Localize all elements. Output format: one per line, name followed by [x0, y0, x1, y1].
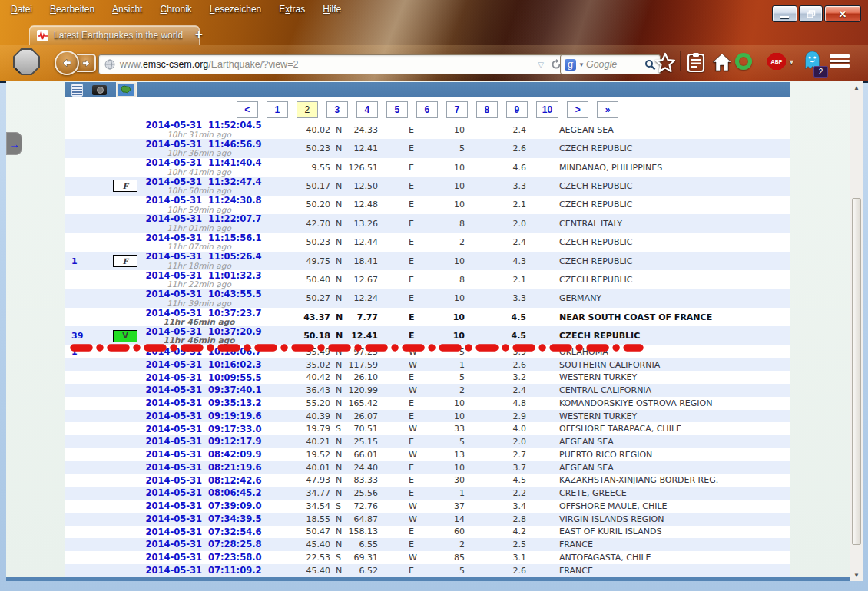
scroll-down-icon[interactable]: ▼: [850, 569, 863, 581]
event-datetime-link[interactable]: 2014-05-31 10:18:06.7: [138, 345, 269, 358]
comments-count-link[interactable]: [71, 270, 102, 289]
comments-count-link[interactable]: [71, 538, 102, 551]
event-datetime-link[interactable]: 2014-05-31 10:37:23.7 11hr 46min ago: [138, 308, 269, 326]
scroll-up-icon[interactable]: ▲: [850, 81, 863, 94]
comments-count-link[interactable]: [71, 435, 102, 448]
page-9[interactable]: 9: [506, 101, 528, 118]
adblock-plus-icon[interactable]: ABP: [767, 53, 786, 70]
event-datetime-link[interactable]: 2014-05-31 11:41:40.4 10hr 41min ago: [138, 158, 269, 177]
star-icon[interactable]: [654, 52, 676, 73]
page-8[interactable]: 8: [476, 101, 498, 118]
comments-count-link[interactable]: [71, 289, 102, 308]
comments-count-link[interactable]: [71, 158, 102, 177]
clipboard-icon[interactable]: [687, 52, 705, 73]
forward-button[interactable]: [77, 54, 96, 72]
event-datetime-link[interactable]: 2014-05-31 08:06:45.2: [138, 487, 269, 500]
page-5[interactable]: 5: [386, 101, 408, 118]
event-datetime-link[interactable]: 2014-05-31 07:34:39.5: [138, 513, 269, 526]
event-datetime-link[interactable]: 2014-05-31 07:32:54.6: [138, 526, 269, 539]
green-ring-addon-icon[interactable]: [735, 53, 752, 70]
url-dropdown-icon[interactable]: ▽: [538, 61, 544, 69]
event-datetime-link[interactable]: 2014-05-31 07:28:25.8: [138, 538, 269, 551]
comments-count-link[interactable]: [71, 358, 102, 371]
comments-count-link[interactable]: [71, 139, 102, 157]
page-3[interactable]: 3: [326, 101, 348, 118]
page-4[interactable]: 4: [356, 101, 378, 118]
page-10[interactable]: 10: [536, 101, 558, 118]
page-6[interactable]: 6: [416, 101, 438, 118]
page-prev[interactable]: <: [237, 101, 258, 118]
restore-button[interactable]: [799, 5, 823, 22]
minimize-button[interactable]: [772, 5, 797, 22]
comments-count-link[interactable]: [71, 397, 102, 410]
menu-hilfe[interactable]: Hilfe: [323, 4, 341, 15]
event-datetime-link[interactable]: 2014-05-31 10:16:02.3: [138, 358, 269, 371]
back-button[interactable]: [55, 51, 79, 75]
comments-count-link[interactable]: [71, 551, 102, 564]
search-engine-dropdown-icon[interactable]: ▼: [578, 61, 585, 68]
page-7[interactable]: 7: [446, 101, 468, 118]
event-datetime-link[interactable]: 2014-05-31 08:21:19.6: [138, 461, 269, 474]
page-next[interactable]: >: [567, 101, 588, 118]
close-button[interactable]: ✕: [824, 5, 861, 22]
event-datetime-link[interactable]: 2014-05-31 11:05:26.4 11hr 18min ago: [138, 252, 269, 270]
comments-count-link[interactable]: 1: [71, 345, 102, 358]
event-datetime-link[interactable]: 2014-05-31 09:19:19.6: [138, 410, 269, 423]
sidebar-toggle[interactable]: →: [6, 132, 22, 155]
event-datetime-link[interactable]: 2014-05-31 11:46:56.9 10hr 36min ago: [138, 139, 269, 157]
new-tab-button[interactable]: +: [195, 27, 203, 42]
menu-chronik[interactable]: Chronik: [160, 4, 191, 15]
flag-badge[interactable]: F: [113, 180, 137, 192]
menu-bearbeiten[interactable]: Bearbeiten: [50, 4, 94, 15]
event-datetime-link[interactable]: 2014-05-31 10:09:55.5: [138, 371, 269, 384]
comments-count-link[interactable]: 1: [71, 252, 102, 270]
event-datetime-link[interactable]: 2014-05-31 07:11:09.2: [138, 564, 269, 577]
comments-count-link[interactable]: [71, 384, 102, 397]
flag-badge[interactable]: V: [113, 330, 137, 342]
comments-count-link[interactable]: [71, 121, 102, 139]
comments-count-link[interactable]: [71, 410, 102, 423]
event-datetime-link[interactable]: 2014-05-31 11:22:07.7 11hr 01min ago: [138, 214, 269, 233]
event-datetime-link[interactable]: 2014-05-31 09:12:17.9: [138, 435, 269, 448]
event-datetime-link[interactable]: 2014-05-31 07:39:09.0: [138, 500, 269, 513]
stop-octagon-icon[interactable]: [13, 48, 40, 75]
event-datetime-link[interactable]: 2014-05-31 09:35:13.2: [138, 397, 269, 410]
event-datetime-link[interactable]: 2014-05-31 08:12:42.6: [138, 474, 269, 487]
page-1[interactable]: 1: [267, 101, 288, 118]
menu-ansicht[interactable]: Ansicht: [112, 4, 142, 15]
url-bar[interactable]: www.emsc-csem.org/Earthquake/?view=2 ▽: [98, 54, 568, 74]
event-datetime-link[interactable]: 2014-05-31 10:37:20.9 11hr 46min ago: [138, 326, 269, 345]
scrollbar-thumb[interactable]: [852, 198, 861, 545]
event-datetime-link[interactable]: 2014-05-31 09:17:33.0: [138, 422, 269, 435]
comments-count-link[interactable]: [71, 196, 102, 214]
event-datetime-link[interactable]: 2014-05-31 08:42:09.9: [138, 448, 269, 461]
comments-count-link[interactable]: [71, 233, 102, 251]
search-box[interactable]: g ▼ Google: [560, 54, 661, 74]
menu-extras[interactable]: Extras: [279, 4, 305, 15]
comments-count-link[interactable]: [71, 308, 102, 326]
comments-count-link[interactable]: [71, 487, 102, 500]
event-datetime-link[interactable]: 2014-05-31 10:43:55.5 11hr 39min ago: [138, 289, 269, 308]
page-2[interactable]: 2: [297, 101, 318, 118]
comments-count-link[interactable]: [71, 500, 102, 513]
comments-count-link[interactable]: [71, 448, 102, 461]
menu-lesezeichen[interactable]: Lesezeichen: [210, 4, 261, 15]
event-datetime-link[interactable]: 2014-05-31 11:24:30.8 10hr 59min ago: [138, 196, 269, 214]
comments-count-link[interactable]: [71, 422, 102, 435]
event-datetime-link[interactable]: 2014-05-31 11:15:56.1 11hr 07min ago: [138, 233, 269, 251]
comments-count-link[interactable]: [71, 461, 102, 474]
event-datetime-link[interactable]: 2014-05-31 11:32:47.4 10hr 50min ago: [138, 177, 269, 195]
comments-count-link[interactable]: [71, 513, 102, 526]
comments-count-link[interactable]: [71, 564, 102, 577]
comments-count-link[interactable]: [71, 474, 102, 487]
menu-icon[interactable]: [830, 54, 850, 68]
event-datetime-link[interactable]: 2014-05-31 09:37:40.1: [138, 384, 269, 397]
list-view-icon[interactable]: [71, 84, 83, 97]
vertical-scrollbar[interactable]: ▲ ▼: [850, 81, 863, 581]
event-datetime-link[interactable]: 2014-05-31 11:52:04.5 10hr 31min ago: [138, 121, 269, 139]
comments-count-link[interactable]: [71, 214, 102, 233]
page-last[interactable]: »: [597, 101, 618, 118]
event-datetime-link[interactable]: 2014-05-31 11:01:32.3 11hr 22min ago: [138, 270, 269, 289]
photo-view-icon[interactable]: [92, 85, 107, 95]
map-view-icon[interactable]: [116, 82, 137, 98]
